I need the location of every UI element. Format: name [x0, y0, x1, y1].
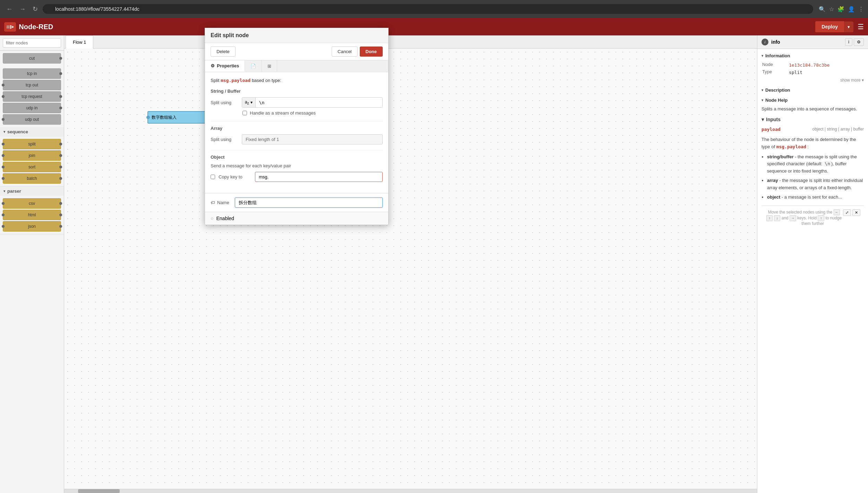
dialog-toolbar: Delete Cancel Done	[205, 43, 388, 60]
copy-key-input[interactable]	[255, 172, 383, 182]
object-title: Object	[211, 154, 383, 160]
tab-description[interactable]: 📄	[245, 60, 262, 72]
selector-arrow: ▾	[250, 100, 253, 105]
split-using-string-row: Split using az ▾	[211, 97, 383, 108]
handle-stream-row: Handle as a stream of messages	[242, 110, 383, 116]
divider-2	[211, 150, 383, 150]
tab-properties-label: Properties	[217, 63, 239, 68]
tab-properties[interactable]: ⚙ Properties	[205, 60, 245, 72]
array-section: Array Split using	[211, 126, 383, 144]
array-title: Array	[211, 126, 383, 131]
split-using-string-label: Split using	[211, 100, 238, 105]
tag-icon: 🏷	[211, 200, 215, 205]
modal-overlay: Edit split node Delete Cancel Done ⚙	[0, 35, 868, 493]
edit-dialog: Edit split node Delete Cancel Done ⚙	[205, 35, 389, 225]
string-buffer-title: String / Buffer	[211, 89, 383, 94]
toolbar-left: Delete	[211, 47, 236, 57]
cancel-button[interactable]: Cancel	[332, 47, 357, 57]
name-input[interactable]	[235, 198, 383, 208]
dialog-body: Split msg.payload based on type: String …	[205, 72, 388, 193]
copy-key-checkbox[interactable]	[211, 175, 215, 179]
selector-text: az	[245, 100, 249, 105]
split-description: Split msg.payload based on type:	[211, 78, 383, 83]
split-text2: based on type:	[252, 78, 281, 83]
app-container: ≡⊳ Node-RED Deploy ▾ ☰ cut	[0, 18, 868, 493]
toolbar-right: Cancel Done	[332, 47, 383, 57]
gear-icon: ⚙	[211, 63, 215, 68]
object-section: Object Send a message for each key/value…	[211, 154, 383, 182]
split-using-string-input[interactable]	[256, 98, 382, 107]
name-label: 🏷 Name	[211, 200, 231, 205]
name-label-text: Name	[217, 200, 229, 205]
split-text: Split	[211, 78, 221, 83]
string-buffer-section: String / Buffer Split using az ▾	[211, 89, 383, 116]
handle-stream-checkbox[interactable]	[242, 111, 247, 115]
desc-icon: 📄	[250, 64, 256, 69]
circle-icon: ○	[211, 216, 213, 221]
delete-button[interactable]: Delete	[211, 47, 236, 57]
type-selector[interactable]: az ▾	[242, 98, 256, 107]
split-using-array-label: Split using	[211, 137, 238, 142]
main-area: cut tcp in tcp out	[0, 35, 868, 493]
dialog-title: Edit split node	[211, 35, 249, 38]
name-row: 🏷 Name	[205, 193, 388, 212]
copy-key-row: Copy key to	[211, 172, 383, 182]
tab-appearance[interactable]: ⊞	[262, 60, 277, 72]
enabled-label: Enabled	[216, 216, 234, 221]
split-using-typed-input: az ▾	[242, 97, 383, 108]
done-button[interactable]: Done	[360, 47, 383, 57]
split-using-array-row: Split using	[211, 134, 383, 144]
array-split-input[interactable]	[242, 134, 383, 144]
copy-key-label: Copy key to	[219, 174, 252, 179]
msg-payload-label: msg.payload	[221, 78, 250, 83]
divider-1	[211, 121, 383, 122]
enabled-row: ○ Enabled	[205, 212, 388, 225]
appearance-icon: ⊞	[267, 64, 271, 69]
handle-stream-label: Handle as a stream of messages	[250, 110, 316, 116]
object-description: Send a message for each key/value pair	[211, 163, 383, 168]
dialog-header: Edit split node	[205, 35, 388, 43]
props-tabs: ⚙ Properties 📄 ⊞	[205, 60, 388, 72]
split-desc-row: Split msg.payload based on type:	[211, 78, 383, 83]
